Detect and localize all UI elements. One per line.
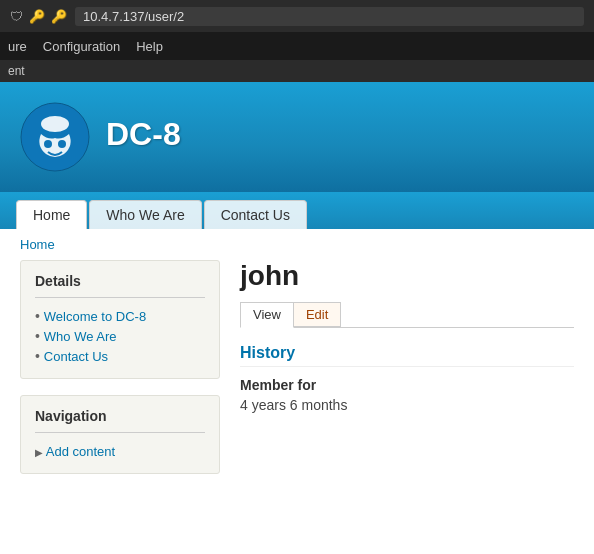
nav-tab-contact-us[interactable]: Contact Us	[204, 200, 307, 229]
browser-icons: 🛡 🔑 🔑	[10, 9, 67, 24]
menu-bar: ure Configuration Help	[0, 32, 594, 60]
list-item: Contact Us	[35, 346, 205, 366]
member-for-value: 4 years 6 months	[240, 397, 574, 413]
sidebar-details-block: Details Welcome to DC-8 Who We Are Conta…	[20, 260, 220, 379]
key-icon-2: 🔑	[51, 9, 67, 24]
breadcrumb: Home	[0, 229, 594, 260]
list-item: Who We Are	[35, 326, 205, 346]
navigation-link-add-content[interactable]: Add content	[46, 444, 115, 459]
menu-item-help[interactable]: Help	[136, 39, 163, 54]
sidebar-navigation-block: Navigation Add content	[20, 395, 220, 474]
drupal-logo	[20, 102, 90, 172]
tab-edit[interactable]: Edit	[294, 302, 341, 327]
menu-item-configuration[interactable]: Configuration	[43, 39, 120, 54]
svg-point-0	[21, 103, 89, 171]
nav-tab-home[interactable]: Home	[16, 200, 87, 229]
sidebar-details-title: Details	[35, 273, 205, 298]
site-title: DC-8	[106, 116, 181, 153]
browser-bar: 🛡 🔑 🔑 10.4.7.137/user/2	[0, 0, 594, 32]
svg-point-3	[58, 140, 66, 148]
user-content: john View Edit History Member for 4 year…	[240, 260, 574, 490]
tab-view[interactable]: View	[240, 302, 294, 328]
main-content: Details Welcome to DC-8 Who We Are Conta…	[0, 260, 594, 510]
sidebar: Details Welcome to DC-8 Who We Are Conta…	[20, 260, 220, 490]
action-tabs: View Edit	[240, 302, 574, 328]
history-section-title: History	[240, 344, 574, 367]
menu-item-ure[interactable]: ure	[8, 39, 27, 54]
user-name: john	[240, 260, 574, 292]
member-for-label: Member for	[240, 377, 574, 393]
svg-point-2	[44, 140, 52, 148]
list-item: Add content	[35, 441, 205, 461]
details-link-who-we-are[interactable]: Who We Are	[44, 329, 117, 344]
sidebar-details-list: Welcome to DC-8 Who We Are Contact Us	[35, 306, 205, 366]
key-icon-1: 🔑	[29, 9, 45, 24]
lock-icon: 🛡	[10, 9, 23, 24]
details-link-contact-us[interactable]: Contact Us	[44, 349, 108, 364]
sidebar-navigation-title: Navigation	[35, 408, 205, 433]
breadcrumb-home-link[interactable]: Home	[20, 237, 55, 252]
sub-bar-text: ent	[8, 64, 25, 78]
sub-bar: ent	[0, 60, 594, 82]
nav-tab-who-we-are[interactable]: Who We Are	[89, 200, 201, 229]
address-bar[interactable]: 10.4.7.137/user/2	[75, 7, 584, 26]
nav-tabs: Home Who We Are Contact Us	[0, 192, 594, 229]
site-header: DC-8	[0, 82, 594, 192]
svg-point-1	[41, 116, 69, 132]
details-link-welcome[interactable]: Welcome to DC-8	[44, 309, 146, 324]
list-item: Welcome to DC-8	[35, 306, 205, 326]
sidebar-navigation-list: Add content	[35, 441, 205, 461]
